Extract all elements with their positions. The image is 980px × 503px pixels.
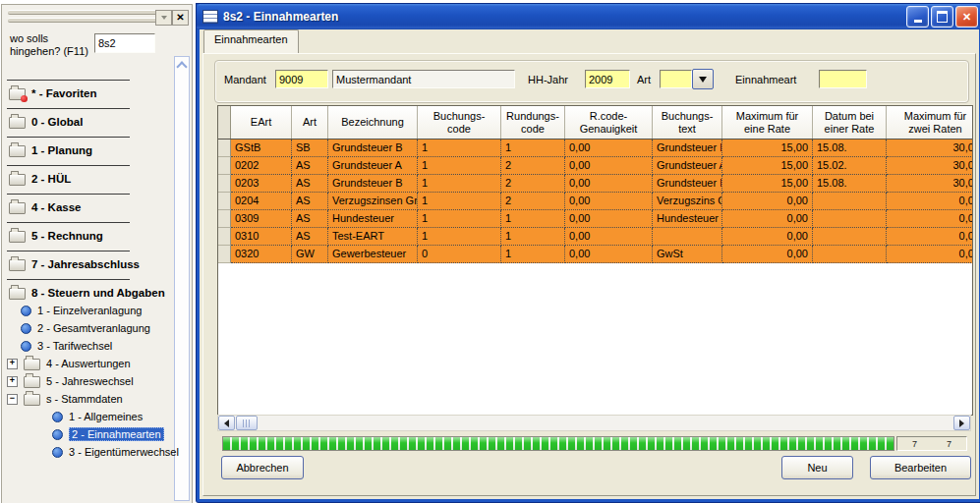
panel-grip[interactable] [8, 10, 158, 15]
abbrechen-button[interactable]: Abbrechen [221, 456, 304, 479]
cell-rcode-genauigkeit: 0,00 [565, 246, 653, 263]
chevron-down-icon [161, 16, 167, 23]
scroll-up-icon[interactable] [176, 61, 187, 72]
scroll-right-icon [959, 419, 968, 427]
art-dropdown-button[interactable] [692, 69, 714, 89]
minimize-button[interactable] [906, 6, 929, 28]
sidebar-item-steuern-und-abgaben[interactable]: 8 - Steuern und Abgaben [4, 284, 173, 302]
cell-eart: GStB [231, 140, 292, 157]
panel-dropdown-button[interactable] [155, 10, 172, 26]
sidebar-item-rechnung[interactable]: 5 - Rechnung [4, 227, 173, 245]
cell-maximum-zwei-raten: 30,00 [887, 175, 973, 193]
cell-bezeichnung: Hundesteuer [328, 210, 418, 228]
horizontal-scrollbar[interactable] [217, 415, 971, 431]
table-row[interactable]: 0309 AS Hundesteuer 1 1 0,00 Hundesteuer… [218, 210, 973, 228]
cell-bezeichnung: Test-EART [328, 228, 418, 246]
cell-datum-einer-rate: 15.02. [813, 157, 887, 175]
cell-datum-einer-rate [813, 228, 887, 246]
sidebar-item-gesamtveranlagung[interactable]: 2 - Gesamtveranlagung [4, 319, 173, 337]
neu-button[interactable]: Neu [781, 456, 853, 479]
panel-scrollbar[interactable] [174, 56, 190, 501]
table-row[interactable]: 0310 AS Test-EART 1 1 0,00 0,00 0,00 [218, 228, 973, 246]
folder-icon [9, 174, 26, 186]
tree-label: 2 - HÜL [31, 173, 71, 185]
cell-eart: 0309 [231, 210, 292, 228]
cell-eart: 0310 [231, 228, 292, 246]
sidebar-item-kasse[interactable]: 4 - Kasse [4, 198, 173, 216]
hhjahr-field[interactable] [585, 70, 630, 88]
cell-maximum-eine-rate: 0,00 [722, 246, 813, 263]
sidebar-item-huel[interactable]: 2 - HÜL [4, 170, 173, 188]
sidebar-item-tarifwechsel[interactable]: 3 - Tarifwechsel [4, 337, 173, 355]
tab-einnahmearten[interactable]: Einnahmearten [203, 29, 299, 53]
table-row[interactable]: 0202 AS Grundsteuer A 1 2 0,00 Grundsteu… [218, 157, 973, 175]
sidebar-item-allgemeines[interactable]: 1 - Allgemeines [4, 408, 173, 425]
expand-plus-icon[interactable]: + [7, 376, 18, 387]
cell-maximum-zwei-raten: 0,00 [887, 210, 973, 228]
cell-buchungstext: Grundsteuer A [653, 157, 722, 175]
collapse-minus-icon[interactable]: − [7, 394, 18, 405]
cell-buchungstext: Verzugszins G [653, 193, 722, 210]
tree-label: 3 - Eigentümerwechsel [69, 446, 179, 458]
table-row[interactable]: 0320 GW Gewerbesteuer 0 1 0,00 GwSt 0,00… [218, 246, 973, 263]
tab-strip: Einnahmearten [200, 29, 979, 53]
bearbeiten-button[interactable]: Bearbeiten [870, 456, 971, 479]
panel-grip[interactable] [8, 18, 158, 23]
minimize-icon [914, 20, 922, 23]
column-header-datum-einer-rate: Datum bei einer Rate [813, 106, 887, 139]
navigation-panel: ✕ wo solls hingehen? (F11) * - Favoriten… [1, 4, 193, 503]
navigation-tree: * - Favoriten 0 - Global 1 - Planung 2 -… [4, 74, 173, 461]
mandant-code-field[interactable] [275, 70, 328, 88]
table-header-row: EArt Art Bezeichnung Buchungs- code Rund… [218, 106, 973, 140]
panel-close-button[interactable]: ✕ [172, 10, 189, 26]
cell-rcode-genauigkeit: 0,00 [565, 210, 653, 228]
art-field[interactable] [660, 70, 692, 88]
cell-maximum-eine-rate: 0,00 [722, 210, 813, 228]
table-row[interactable]: 0204 AS Verzugszinsen Gru 1 2 0,00 Verzu… [218, 193, 973, 210]
cell-buchungstext: GwSt [653, 246, 722, 263]
scroll-left-button[interactable] [218, 416, 235, 430]
folder-icon [24, 376, 40, 388]
window-icon [202, 10, 218, 24]
sidebar-item-jahreswechsel[interactable]: + 5 - Jahreswechsel [4, 372, 173, 390]
column-header-eart: EArt [231, 106, 292, 139]
scrollbar-thumb[interactable] [236, 416, 258, 430]
row-selector[interactable] [218, 140, 231, 157]
cell-datum-einer-rate [813, 193, 887, 210]
separator [7, 222, 130, 223]
tree-label: 7 - Jahresabschluss [31, 258, 140, 270]
table-row[interactable]: GStB SB Grundsteuer B 1 1 0,00 Grundsteu… [218, 140, 973, 157]
maximize-button[interactable] [931, 6, 953, 28]
table-row[interactable]: 0203 AS Grundsteuer B 1 2 0,00 Grundsteu… [218, 175, 973, 193]
sidebar-item-auswertungen[interactable]: + 4 - Auswertungen [4, 355, 173, 372]
expand-plus-icon[interactable]: + [7, 359, 18, 369]
tree-label-selected: 2 - Einnahmearten [69, 427, 164, 441]
sidebar-item-jahresabschluss[interactable]: 7 - Jahresabschluss [4, 255, 173, 273]
mandant-name-field[interactable] [332, 70, 515, 88]
row-selector[interactable] [218, 210, 231, 228]
row-selector[interactable] [218, 246, 231, 263]
sidebar-item-einzelveranlagung[interactable]: 1 - Einzelveranlagung [4, 302, 173, 319]
row-selector[interactable] [218, 157, 231, 175]
sidebar-item-favoriten[interactable]: * - Favoriten [4, 84, 173, 102]
einnahmeart-field[interactable] [819, 70, 867, 88]
sidebar-item-einnahmearten[interactable]: 2 - Einnahmearten [4, 425, 173, 443]
cell-art: AS [292, 193, 328, 210]
sidebar-item-global[interactable]: 0 - Global [4, 113, 173, 131]
scroll-right-button[interactable] [953, 416, 970, 430]
row-selector[interactable] [218, 175, 231, 193]
tree-label: 4 - Kasse [31, 201, 82, 213]
row-selector[interactable] [218, 228, 231, 246]
sidebar-item-eigentuemerwechsel[interactable]: 3 - Eigentümerwechsel [4, 443, 173, 461]
sidebar-item-stammdaten[interactable]: − s - Stammdaten [4, 390, 173, 408]
leaf-dot-icon [21, 306, 31, 316]
folder-icon [24, 394, 40, 406]
folder-icon [9, 231, 26, 243]
column-header-maximum-eine-rate: Maximum für eine Rate [722, 106, 813, 139]
close-button[interactable]: ✕ [955, 6, 978, 28]
column-header-rcode-genauigkeit: R.code- Genauigkeit [565, 106, 653, 139]
cell-rundungscode: 2 [501, 193, 565, 210]
row-selector[interactable] [218, 193, 231, 210]
sidebar-item-planung[interactable]: 1 - Planung [4, 141, 173, 159]
jump-to-input[interactable] [94, 33, 155, 53]
